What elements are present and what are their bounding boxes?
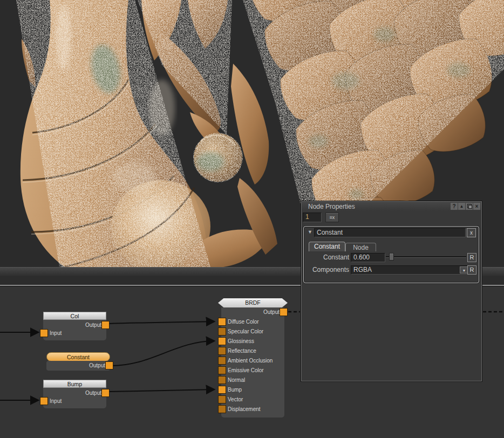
item-remove-button[interactable]: x (467, 228, 476, 237)
port-label: Ambient Occlusion (228, 358, 273, 364)
components-reset-button[interactable]: R (467, 265, 476, 275)
brdf-reflectance-connector[interactable] (219, 347, 226, 354)
port-row: Output (221, 307, 284, 317)
port-label: Bump (228, 387, 242, 393)
port-label: Output (263, 309, 280, 315)
brdf-normal-connector[interactable] (219, 377, 226, 384)
brdf-glossiness-connector[interactable] (219, 338, 226, 345)
port-label: Vector (228, 396, 243, 402)
node-brdf[interactable]: BRDF Output Diffuse Color Specular Color… (221, 307, 284, 418)
col-output-connector[interactable] (102, 321, 109, 328)
panel-titlebar-icons: ? ▲ × (451, 203, 480, 210)
port-label: Emissive Color (228, 367, 264, 373)
port-row: Reflectance (221, 346, 284, 356)
col-input-connector[interactable] (40, 330, 47, 337)
brdf-specular-color-connector[interactable] (219, 328, 226, 335)
port-row: Output (43, 321, 106, 329)
port-row: Output (46, 361, 110, 369)
port-row: Ambient Occlusion (221, 356, 284, 366)
port-label: Diffuse Color (228, 319, 259, 325)
preset-count-field[interactable]: 1 (303, 213, 322, 222)
port-row: Bump (221, 385, 284, 395)
help-icon[interactable]: ? (451, 203, 458, 210)
port-label: Output (89, 362, 105, 368)
brdf-diffuse-color-connector[interactable] (219, 318, 226, 325)
brdf-vector-connector[interactable] (219, 396, 226, 403)
node-bump[interactable]: Bump Output Input (43, 380, 106, 408)
brdf-displacement-connector[interactable] (219, 406, 226, 413)
port-row: Input (43, 329, 106, 337)
item-name-field[interactable]: Constant (314, 228, 466, 237)
node-properties-panel: Node Properties ? ▲ × 1 ≡x ▼ Constant x … (301, 201, 482, 381)
close-icon[interactable]: × (473, 203, 480, 210)
port-row: Normal (221, 375, 284, 385)
port-label: Specular Color (228, 328, 263, 334)
constant-item-group: ▼ Constant x Constant Node Constant 0.60… (303, 226, 479, 283)
components-value: RGBA (353, 266, 372, 273)
brdf-emissive-color-connector[interactable] (219, 367, 226, 374)
node-col-body: Output Input (43, 320, 106, 340)
node-brdf-body: Output Diffuse Color Specular Color Glos… (221, 307, 284, 418)
node-constant-header[interactable]: Constant (46, 352, 110, 361)
components-label: Components (304, 265, 349, 275)
constant-slider[interactable] (386, 256, 466, 257)
application-window: Col Output Input Constant Output Bump O (0, 0, 504, 438)
slider-handle[interactable] (389, 253, 394, 261)
brdf-bump-connector[interactable] (219, 386, 226, 393)
constant-value-field[interactable]: 0.600 (351, 253, 385, 262)
disclosure-triangle-icon[interactable]: ▼ (308, 229, 312, 235)
port-row: Input (43, 397, 106, 405)
node-constant[interactable]: Constant Output (46, 352, 110, 371)
bump-input-connector[interactable] (40, 398, 47, 405)
bump-output-connector[interactable] (102, 389, 109, 396)
port-row: Vector (221, 395, 284, 405)
tab-node[interactable]: Node (345, 243, 376, 251)
tab-constant[interactable]: Constant (309, 242, 345, 251)
brdf-output-connector[interactable] (280, 309, 287, 316)
constant-output-connector[interactable] (106, 362, 113, 369)
port-row: Diffuse Color (221, 317, 284, 327)
port-row: Specular Color (221, 327, 284, 337)
node-constant-body: Output (46, 361, 110, 371)
port-label: Input (50, 398, 62, 404)
node-col[interactable]: Col Output Input (43, 312, 106, 340)
port-label: Input (50, 330, 62, 336)
node-bump-header[interactable]: Bump (43, 380, 106, 388)
popout-icon[interactable] (466, 203, 473, 210)
node-bump-body: Output Input (43, 388, 106, 408)
port-row: Emissive Color (221, 366, 284, 375)
components-dropdown[interactable]: RGBA ▼ (351, 265, 469, 275)
port-label: Reflectance (228, 348, 256, 354)
constant-reset-button[interactable]: R (467, 253, 476, 262)
port-row: Glossiness (221, 337, 284, 346)
port-label: Displacement (228, 406, 261, 412)
port-label: Output (85, 322, 101, 328)
port-label: Normal (228, 377, 245, 383)
solo-icon[interactable]: ▲ (458, 203, 465, 210)
node-brdf-header[interactable]: BRDF (218, 298, 288, 307)
constant-label: Constant (304, 253, 349, 262)
port-row: Output (43, 389, 106, 397)
brdf-ambient-occlusion-connector[interactable] (219, 357, 226, 364)
node-col-header[interactable]: Col (43, 312, 106, 320)
port-row: Displacement (221, 405, 284, 414)
filter-button[interactable]: ≡x (325, 213, 339, 222)
port-label: Output (85, 390, 101, 396)
port-label: Glossiness (228, 338, 254, 344)
